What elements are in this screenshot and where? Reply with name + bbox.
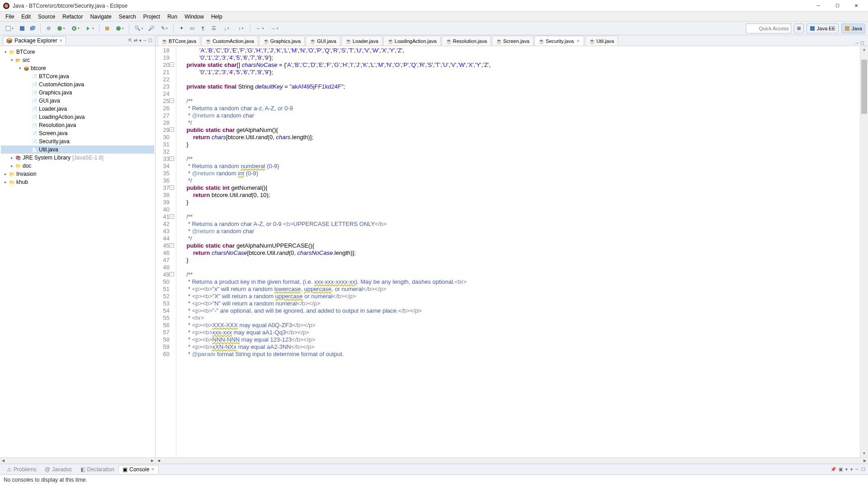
declaration-tab[interactable]: ◧Declaration xyxy=(76,465,119,474)
editor-tab[interactable]: ☕Graphics.java xyxy=(259,36,305,46)
tree-file[interactable]: 📄Loader.java xyxy=(1,105,154,113)
menu-project[interactable]: Project xyxy=(140,13,164,21)
debug-button[interactable] xyxy=(54,23,68,33)
line-gutter[interactable]: 181920−2122232425−26272829−30313233−3435… xyxy=(156,46,176,457)
console-icon: ▣ xyxy=(123,466,127,473)
save-button[interactable] xyxy=(17,23,27,33)
close-tab-icon[interactable]: ✕ xyxy=(576,39,580,43)
perspective-java-ee[interactable]: Java EE xyxy=(807,23,839,33)
close-button[interactable]: ✕ xyxy=(847,1,865,11)
editor-tab[interactable]: ☕Loader.java xyxy=(341,36,382,46)
run-button[interactable] xyxy=(69,23,82,33)
toggle-breadcrumb-button[interactable]: ☰ xyxy=(209,23,219,33)
tree-project[interactable]: ▸📁Invasion xyxy=(1,170,154,178)
minimize-button[interactable]: ─ xyxy=(809,1,827,11)
tree-file-selected[interactable]: 📄Util.java xyxy=(1,145,154,154)
collapse-all-icon[interactable]: ⇱ xyxy=(128,38,132,43)
menu-search[interactable]: Search xyxy=(115,13,140,21)
save-all-button[interactable] xyxy=(28,23,38,33)
minimize-editor-icon[interactable]: ─ xyxy=(855,41,859,46)
skip-breakpoints-button[interactable]: ⊘ xyxy=(43,23,53,33)
scrollbar-thumb[interactable] xyxy=(861,60,867,114)
maximize-view-icon[interactable]: ☐ xyxy=(148,38,152,43)
java-file-icon: ☕ xyxy=(161,38,167,44)
tree-jre[interactable]: ▸📚JRE System Library[JavaSE-1.8] xyxy=(1,154,154,162)
toggle-block-button[interactable]: ▭ xyxy=(187,23,197,33)
back-button[interactable]: ← xyxy=(253,23,267,33)
menu-help[interactable]: Help xyxy=(208,13,226,21)
display-console-icon[interactable]: ▣ xyxy=(839,467,843,472)
tree-src[interactable]: ▾📂src xyxy=(1,56,154,64)
next-annotation-button[interactable]: ↓ xyxy=(220,23,233,33)
editor-tab[interactable]: ☕Resolution.java xyxy=(442,36,491,46)
tree-file[interactable]: 📄Resolution.java xyxy=(1,121,154,129)
declaration-icon: ◧ xyxy=(80,466,85,473)
perspective-java[interactable]: Java xyxy=(841,23,865,33)
menu-refactor[interactable]: Refactor xyxy=(59,13,86,21)
tree-file[interactable]: 📄BTCore.java xyxy=(1,72,154,80)
package-explorer-tab[interactable]: 📦 Package Explorer ✕ xyxy=(3,36,66,45)
vertical-scrollbar[interactable]: ▲ ▼ xyxy=(860,46,868,457)
toggle-mark-button[interactable]: ✦ xyxy=(176,23,186,33)
menu-run[interactable]: Run xyxy=(164,13,181,21)
annotation-button[interactable]: ✎ xyxy=(157,23,171,33)
tree-doc[interactable]: ▸📁doc xyxy=(1,162,154,170)
code-editor[interactable]: 181920−2122232425−26272829−30313233−3435… xyxy=(156,46,868,457)
close-view-icon[interactable]: ✕ xyxy=(59,38,63,43)
tree-file[interactable]: 📄GUI.java xyxy=(1,97,154,105)
open-perspective-button[interactable]: ⊞ xyxy=(794,23,804,33)
run-last-button[interactable] xyxy=(83,23,97,33)
tree-file[interactable]: 📄Security.java xyxy=(1,137,154,145)
javadoc-tab[interactable]: @Javadoc xyxy=(41,465,76,474)
tree-file[interactable]: 📄Screen.java xyxy=(1,129,154,137)
scroll-down-icon[interactable]: ▼ xyxy=(860,450,868,457)
search-button[interactable]: 🔎 xyxy=(146,23,156,33)
editor-tab[interactable]: ☕LoadingAction.java xyxy=(383,36,441,46)
editor-tab[interactable]: ☕Util.java xyxy=(585,36,618,46)
view-menu-icon[interactable]: ▾ xyxy=(139,38,142,43)
maximize-console-icon[interactable]: ☐ xyxy=(861,467,865,472)
horizontal-scroll[interactable]: ◀▶ ◀▶ xyxy=(0,457,868,464)
menu-file[interactable]: File xyxy=(2,13,18,21)
quick-access-input[interactable] xyxy=(746,23,791,33)
java-file-icon: ☕ xyxy=(263,38,269,44)
prev-annotation-button[interactable]: ↑ xyxy=(234,23,248,33)
minimize-view-icon[interactable]: ─ xyxy=(143,38,146,43)
tree-file[interactable]: 📄LoadingAction.java xyxy=(1,113,154,121)
code-content[interactable]: 'A','B','C','D','E','F','G','H','I','J',… xyxy=(176,46,860,457)
new-package-button[interactable] xyxy=(102,23,112,33)
tree-file[interactable]: 📄CustomAction.java xyxy=(1,80,154,89)
tree-project[interactable]: ▾📁BTCore xyxy=(1,48,154,56)
problems-tab[interactable]: ⚠Problems xyxy=(3,465,41,474)
main-toolbar: ⊘ 🔍 🔎 ✎ ✦ ▭ ¶ ☰ ↓ ↑ ← → ⊞ Java EE Java xyxy=(0,22,868,35)
new-class-button[interactable] xyxy=(113,23,127,33)
tree-file[interactable]: 📄Graphics.java xyxy=(1,89,154,97)
open-console-icon[interactable]: ▾ xyxy=(845,467,848,472)
new-button[interactable] xyxy=(3,23,16,33)
editor-tab[interactable]: ☕GUI.java xyxy=(306,36,340,46)
editor-tab[interactable]: ☕CustomAction.java xyxy=(201,36,258,46)
maximize-button[interactable]: ☐ xyxy=(828,1,846,11)
console-tab[interactable]: ▣Console✕ xyxy=(118,465,159,474)
menu-window[interactable]: Window xyxy=(181,13,208,21)
close-tab-icon[interactable]: ✕ xyxy=(151,467,155,472)
minimize-console-icon[interactable]: ─ xyxy=(855,467,859,472)
forward-button[interactable]: → xyxy=(268,23,281,33)
editor-tab-active[interactable]: ☕Security.java✕ xyxy=(534,36,584,46)
open-type-button[interactable]: 🔍 xyxy=(132,23,146,33)
menu-navigate[interactable]: Navigate xyxy=(86,13,115,21)
scroll-up-icon[interactable]: ▲ xyxy=(860,46,868,53)
menu-edit[interactable]: Edit xyxy=(18,13,34,21)
svg-rect-11 xyxy=(845,26,849,31)
menu-source[interactable]: Source xyxy=(34,13,59,21)
tree-project[interactable]: ▸📁khub xyxy=(1,178,154,186)
editor-tab[interactable]: ☕Screen.java xyxy=(492,36,533,46)
link-editor-icon[interactable]: ⇄ xyxy=(134,38,137,43)
maximize-editor-icon[interactable]: ☐ xyxy=(860,41,864,46)
show-whitespace-button[interactable]: ¶ xyxy=(198,23,208,33)
tree-package[interactable]: ▾📦btcore xyxy=(1,64,154,72)
pin-console-icon[interactable]: 📌 xyxy=(830,467,836,472)
new-console-icon[interactable]: ▾ xyxy=(850,467,853,472)
package-tree[interactable]: ▾📁BTCore ▾📂src ▾📦btcore 📄BTCore.java 📄Cu… xyxy=(0,46,155,457)
editor-tab[interactable]: ☕BTCore.java xyxy=(157,36,200,46)
